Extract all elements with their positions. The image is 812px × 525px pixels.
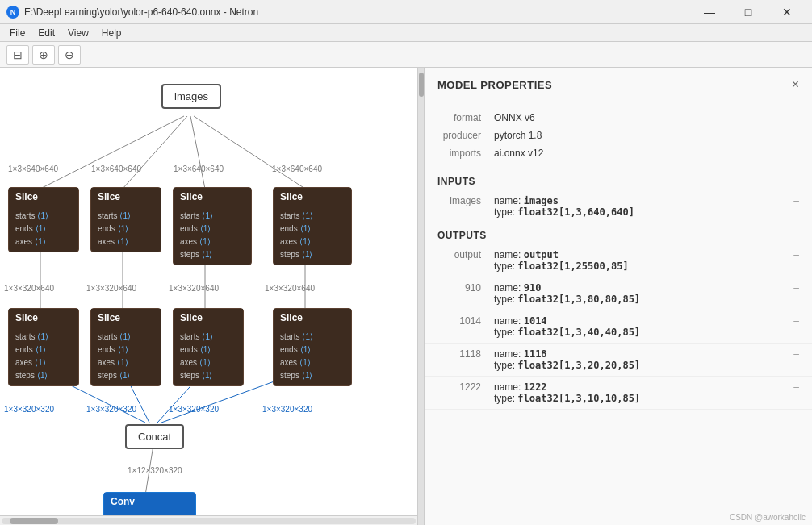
toolbar: ⊟ ⊕ ⊖ (0, 42, 812, 68)
output-1222-expand[interactable]: – (787, 381, 799, 393)
scrollbar-vertical[interactable] (418, 68, 425, 525)
scrollbar-horizontal[interactable] (0, 515, 417, 525)
output-1118-content: name: 1118 type: float32[1,3,20,20,85] (494, 348, 787, 371)
edge-label-t1: 1×3×640×640 (8, 165, 58, 173)
producer-label: producer (437, 130, 494, 141)
edge-label-concat-out: 1×12×320×320 (128, 466, 182, 475)
imports-label: imports (437, 148, 494, 159)
properties-panel: MODEL PROPERTIES × format ONNX v6 produc… (425, 68, 812, 525)
window-title: E:\DeepLearning\yolor\yolor-p6-640-640.o… (24, 6, 258, 18)
output-output-content: name: output type: float32[1,25500,85] (494, 249, 787, 272)
output-output: output name: output type: float32[1,2550… (425, 244, 812, 277)
inputs-header: INPUTS (425, 169, 812, 190)
input-images-content: name: images type: float32[1,3,640,640] (494, 195, 787, 218)
scroll-track (2, 518, 416, 524)
menu-help[interactable]: Help (95, 26, 128, 40)
app-icon: N (6, 6, 19, 19)
minimize-button[interactable]: — (691, 0, 728, 24)
imports-value: ai.onnx v12 (494, 148, 543, 159)
output-output-type: type: float32[1,25500,85] (494, 260, 787, 272)
slice-title-2: Slice (91, 188, 161, 206)
output-1118-name: name: 1118 (494, 348, 787, 360)
output-1014-type: type: float32[1,3,40,40,85] (494, 327, 787, 338)
output-910-content: name: 910 type: float32[1,3,80,80,85] (494, 282, 787, 305)
input-images-label: images (437, 195, 494, 206)
output-910-type: type: float32[1,3,80,80,85] (494, 294, 787, 305)
output-1222-type: type: float32[1,3,10,10,85] (494, 393, 787, 404)
window-controls[interactable]: — □ ✕ (691, 0, 806, 24)
svg-line-0 (40, 116, 184, 189)
edge-label-m1: 1×3×320×640 (4, 284, 54, 293)
imports-row: imports ai.onnx v12 (425, 144, 812, 162)
slice-title-1: Slice (9, 188, 78, 206)
slice-node-8[interactable]: Slice starts ⟨1⟩ ends ⟨1⟩ axes ⟨1⟩ steps… (273, 308, 352, 386)
fit-button[interactable]: ⊟ (6, 45, 29, 65)
watermark: CSDN @aworkaholic (730, 513, 806, 522)
vscroll-thumb[interactable] (419, 73, 424, 97)
output-1014-expand[interactable]: – (787, 315, 799, 327)
panel-title: MODEL PROPERTIES (437, 79, 552, 91)
slice-node-4[interactable]: Slice starts ⟨1⟩ ends ⟨1⟩ axes ⟨1⟩ steps… (273, 187, 352, 265)
slice-node-5[interactable]: Slice starts ⟨1⟩ ends ⟨1⟩ axes ⟨1⟩ steps… (8, 308, 79, 386)
edge-label-b3: 1×3×320×320 (169, 405, 219, 414)
maximize-button[interactable]: □ (730, 0, 767, 24)
slice-body-1: starts ⟨1⟩ ends ⟨1⟩ axes ⟨1⟩ (9, 206, 78, 252)
output-910-expand[interactable]: – (787, 282, 799, 294)
slice-node-2[interactable]: Slice starts ⟨1⟩ ends ⟨1⟩ axes ⟨1⟩ (90, 187, 161, 252)
output-910-name: name: 910 (494, 282, 787, 294)
panel-close-button[interactable]: × (792, 77, 799, 92)
format-label: format (437, 112, 494, 123)
input-images: images name: images type: float32[1,3,64… (425, 190, 812, 223)
output-1118-expand[interactable]: – (787, 348, 799, 360)
menu-file[interactable]: File (3, 26, 31, 40)
graph-area[interactable]: images 1×3×640×640 1×3×640×640 1×3×640×6… (0, 68, 418, 525)
edge-label-m4: 1×3×320×640 (265, 284, 315, 293)
slice-title-8: Slice (274, 309, 351, 327)
slice-title-3: Slice (174, 188, 251, 206)
producer-row: producer pytorch 1.8 (425, 127, 812, 144)
edge-label-b4: 1×3×320×320 (262, 405, 312, 414)
main-area: images 1×3×640×640 1×3×640×640 1×3×640×6… (0, 68, 812, 525)
slice-body-7: starts ⟨1⟩ ends ⟨1⟩ axes ⟨1⟩ steps ⟨1⟩ (174, 327, 243, 385)
graph-svg (0, 68, 396, 525)
output-1222: 1222 name: 1222 type: float32[1,3,10,10,… (425, 377, 812, 410)
slice-node-3[interactable]: Slice starts ⟨1⟩ ends ⟨1⟩ axes ⟨1⟩ steps… (173, 187, 252, 265)
zoom-in-button[interactable]: ⊕ (32, 45, 55, 65)
slice-body-8: starts ⟨1⟩ ends ⟨1⟩ axes ⟨1⟩ steps ⟨1⟩ (274, 327, 351, 385)
menu-view[interactable]: View (61, 26, 95, 40)
slice-node-7[interactable]: Slice starts ⟨1⟩ ends ⟨1⟩ axes ⟨1⟩ steps… (173, 308, 244, 386)
slice-title-7: Slice (174, 309, 243, 327)
slice-node-6[interactable]: Slice starts ⟨1⟩ ends ⟨1⟩ axes ⟨1⟩ steps… (90, 308, 161, 386)
images-label: images (174, 90, 208, 102)
edge-label-t4: 1×3×640×640 (272, 165, 322, 173)
input-images-expand[interactable]: – (787, 195, 799, 206)
edge-label-m3: 1×3×320×640 (169, 284, 219, 293)
panel-header: MODEL PROPERTIES × (425, 68, 812, 102)
edge-label-b1: 1×3×320×320 (4, 405, 54, 414)
slice-body-3: starts ⟨1⟩ ends ⟨1⟩ axes ⟨1⟩ steps ⟨1⟩ (174, 206, 251, 265)
output-1014-content: name: 1014 type: float32[1,3,40,40,85] (494, 315, 787, 338)
svg-line-1 (123, 116, 187, 189)
slice-title-5: Slice (9, 309, 78, 327)
format-row: format ONNX v6 (425, 109, 812, 127)
slice-title-6: Slice (91, 309, 161, 327)
slice-node-1[interactable]: Slice starts ⟨1⟩ ends ⟨1⟩ axes ⟨1⟩ (8, 187, 79, 252)
output-output-name: name: output (494, 249, 787, 260)
outputs-header: OUTPUTS (425, 223, 812, 244)
node-images[interactable]: images (161, 84, 221, 109)
zoom-out-button[interactable]: ⊖ (58, 45, 81, 65)
output-output-expand[interactable]: – (787, 249, 799, 260)
slice-body-6: starts ⟨1⟩ ends ⟨1⟩ axes ⟨1⟩ steps ⟨1⟩ (91, 327, 161, 385)
menu-bar: File Edit View Help (0, 24, 812, 42)
node-concat[interactable]: Concat (125, 424, 184, 449)
output-output-label: output (437, 249, 494, 260)
close-window-button[interactable]: ✕ (768, 0, 806, 24)
output-910-label: 910 (437, 282, 494, 294)
output-1222-content: name: 1222 type: float32[1,3,10,10,85] (494, 381, 787, 404)
output-1118: 1118 name: 1118 type: float32[1,3,20,20,… (425, 344, 812, 377)
output-1014-label: 1014 (437, 315, 494, 327)
edge-label-t2: 1×3×640×640 (91, 165, 141, 173)
menu-edit[interactable]: Edit (31, 26, 61, 40)
scroll-thumb[interactable] (10, 518, 58, 524)
slice-title-4: Slice (274, 188, 351, 206)
